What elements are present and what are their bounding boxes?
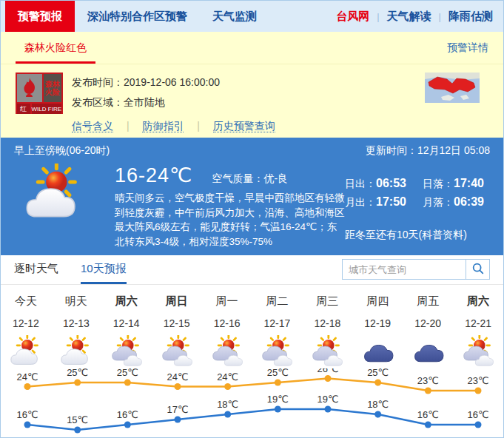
warning-info: 发布时间：2019-12-06 16:00:00 发布区域：全市陆地 信号含义 … xyxy=(72,73,275,133)
day-date: 12-12 xyxy=(1,317,51,329)
publish-time-value: 2019-12-06 16:00:00 xyxy=(124,76,220,88)
sun-clouds-icon xyxy=(252,334,303,368)
top-navbar: 预警预报 深汕特别合作区预警 天气监测 台风网 | 天气解读 | 降雨估测 xyxy=(1,1,503,32)
wildfire-icon-level: 红 xyxy=(17,104,30,114)
day-name: 明天 xyxy=(51,294,101,309)
forecast-days: 今天12-12 明天12-13 周六12-14 周日12-15 周一12-16 … xyxy=(1,285,503,368)
overcast-icon xyxy=(403,334,453,368)
svg-text:24℃: 24℃ xyxy=(167,371,188,383)
tab-10day-forecast[interactable]: 10天预报 xyxy=(81,262,127,284)
svg-text:19℃: 19℃ xyxy=(317,394,338,405)
svg-text:23℃: 23℃ xyxy=(467,375,488,386)
search-button[interactable] xyxy=(466,259,490,280)
day-name: 周三 xyxy=(302,294,352,309)
forecast-day-column: 周六12-21 xyxy=(453,294,503,368)
svg-text:16℃: 16℃ xyxy=(117,409,138,420)
tab-weather-monitoring[interactable]: 天气监测 xyxy=(200,1,269,32)
warning-section: 森林火险红色 预警详情 森林 火险 红 W xyxy=(1,32,503,138)
forecast-day-column: 周日12-15 xyxy=(152,294,202,368)
forecast-period-label: 早上至傍晚(06-20时) xyxy=(14,144,110,158)
link-signal-meaning[interactable]: 信号含义 xyxy=(72,120,113,132)
link-weather-interpretation[interactable]: 天气解读 xyxy=(387,10,431,24)
link-history-warning-query[interactable]: 历史预警查询 xyxy=(213,120,275,132)
day-name: 周二 xyxy=(252,294,303,309)
forecast-day-column: 周一12-16 xyxy=(202,294,252,368)
publish-area-value: 全市陆地 xyxy=(124,96,165,108)
overcast-icon xyxy=(352,334,403,368)
forecast-day-column: 周四12-19 xyxy=(352,294,403,368)
day-name: 今天 xyxy=(1,294,51,309)
day-date: 12-18 xyxy=(302,317,352,329)
tab-hourly-weather[interactable]: 逐时天气 xyxy=(14,262,58,284)
svg-text:19℃: 19℃ xyxy=(267,394,289,405)
tab-forest-fire-red-warning[interactable]: 森林火险红色 xyxy=(16,41,95,64)
air-quality: 空气质量：优-良 xyxy=(212,172,288,186)
search-icon xyxy=(471,262,485,277)
current-weather-icon xyxy=(24,164,84,249)
sun-cloud-icon xyxy=(51,334,101,368)
weather-page: 预警预报 深汕特别合作区预警 天气监测 台风网 | 天气解读 | 降雨估测 森林… xyxy=(0,0,504,438)
sun-clouds-icon xyxy=(152,334,202,368)
flame-icon xyxy=(17,74,42,102)
divider: | xyxy=(439,11,441,22)
temperature-range: 16-24℃ xyxy=(115,164,192,187)
sun-clouds-icon xyxy=(101,334,152,368)
svg-text:25℃: 25℃ xyxy=(117,368,138,378)
link-defense-guide[interactable]: 防御指引 xyxy=(142,120,184,132)
sunrise: 日出：06:53 xyxy=(345,177,412,191)
tab-shenshan-cooperation-warning[interactable]: 深汕特别合作区预警 xyxy=(75,1,200,32)
warning-links: 信号含义 | 防御指引 | 历史预警查询 xyxy=(72,120,275,133)
day-name: 周四 xyxy=(352,294,403,309)
svg-text:25℃: 25℃ xyxy=(267,368,289,378)
update-time: 更新时间：12月12日 05:08 xyxy=(366,144,490,158)
svg-text:16℃: 16℃ xyxy=(467,409,488,420)
day-date: 12-13 xyxy=(51,317,101,329)
sun-cloud-icon xyxy=(1,334,51,368)
divider: | xyxy=(197,120,200,132)
publish-area-label: 发布区域： xyxy=(72,96,124,108)
forecast-tabbar: 逐时天气 10天预报 xyxy=(1,255,503,285)
forecast-day-column: 今天12-12 xyxy=(1,294,51,368)
tab-warning-forecast[interactable]: 预警预报 xyxy=(5,1,75,32)
svg-text:16℃: 16℃ xyxy=(16,409,38,420)
sun-clouds-icon xyxy=(302,334,352,368)
city-search-input[interactable] xyxy=(342,259,466,280)
divider: | xyxy=(127,120,130,132)
svg-text:25℃: 25℃ xyxy=(67,368,88,378)
day-date: 12-17 xyxy=(252,317,303,329)
weather-description: 晴天间多云，空气极度干燥，早晨中西部地区有轻微到轻度灰霾，中午前后风力加大，沿海… xyxy=(115,191,345,249)
svg-text:25℃: 25℃ xyxy=(367,368,389,378)
day-date: 12-21 xyxy=(453,317,503,329)
warning-detail-link[interactable]: 预警详情 xyxy=(447,41,488,64)
sun-clouds-icon xyxy=(202,334,252,368)
current-conditions-section: 早上至傍晚(06-20时) 更新时间：12月12日 05:08 16-24℃ 空… xyxy=(1,138,503,255)
svg-text:23℃: 23℃ xyxy=(417,375,439,386)
publish-time-label: 发布时间： xyxy=(72,76,124,88)
forecast-day-column: 周二12-17 xyxy=(252,294,303,368)
wildfire-icon-title: 森林 火险 xyxy=(44,74,61,102)
day-date: 12-14 xyxy=(101,317,152,329)
svg-text:18℃: 18℃ xyxy=(217,399,238,410)
svg-text:24℃: 24℃ xyxy=(217,371,238,383)
link-rainfall-estimation[interactable]: 降雨估测 xyxy=(448,10,493,24)
sun-moon-times: 日出：06:53 日落：17:40 月出：17:50 月落：06:39 xyxy=(345,177,490,209)
sun-clouds-icon xyxy=(453,334,503,368)
day-date: 12-20 xyxy=(403,317,453,329)
svg-text:17℃: 17℃ xyxy=(167,404,188,415)
day-name: 周一 xyxy=(202,294,252,309)
day-name: 周六 xyxy=(453,294,503,309)
svg-text:16℃: 16℃ xyxy=(417,409,439,420)
day-name: 周六 xyxy=(101,294,152,309)
moonset: 月落：06:39 xyxy=(423,195,490,209)
forecast-day-column: 周五12-20 xyxy=(403,294,453,368)
day-name: 周五 xyxy=(403,294,453,309)
day-name: 周日 xyxy=(152,294,202,309)
link-typhoon-net[interactable]: 台风网 xyxy=(336,10,369,24)
warning-tab-row: 森林火险红色 预警详情 xyxy=(1,32,503,64)
day-date: 12-16 xyxy=(202,317,252,329)
svg-text:26℃: 26℃ xyxy=(317,368,338,374)
wildfire-red-warning-icon: 森林 火险 红 WILD FIRE xyxy=(16,73,63,114)
winter-solstice-note: 距冬至还有10天(科普资料) xyxy=(345,229,490,242)
svg-text:18℃: 18℃ xyxy=(367,399,389,410)
wildfire-icon-english: WILD FIRE xyxy=(32,104,61,114)
